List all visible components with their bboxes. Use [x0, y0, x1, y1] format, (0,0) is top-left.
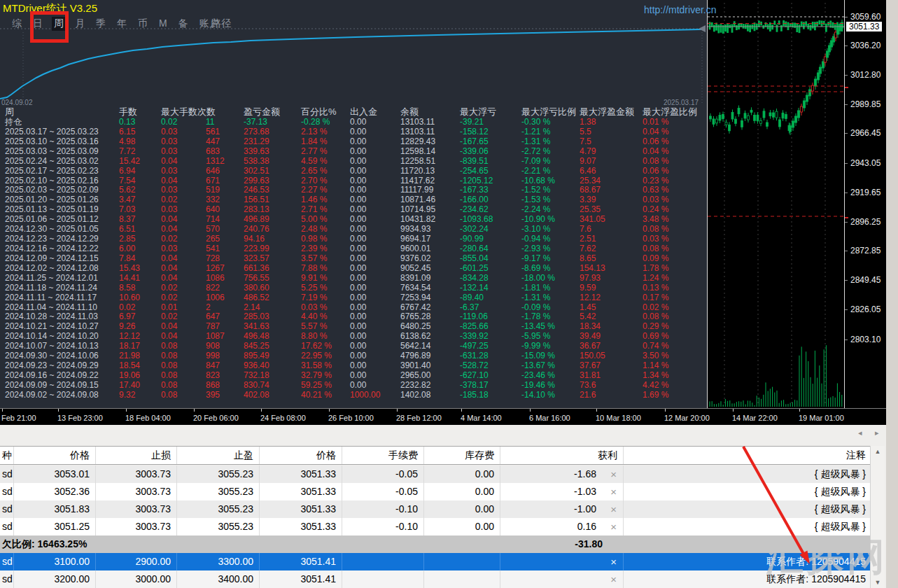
- price-label: 2966.45: [850, 128, 881, 138]
- stats-week-row: 2024.09.09 ~ 2024.09.1517.400.08868830.7…: [0, 381, 707, 391]
- time-label: 28 Feb 12:00: [396, 414, 442, 422]
- price-label: 2803.10: [850, 335, 881, 344]
- orders-header: 价格: [14, 447, 96, 464]
- orders-panel: ◂ ▸ ▲ ▼ 种价格止损止盈价格手续费库存费获利注释sd3053.013003…: [0, 425, 886, 588]
- stats-week-row: 2025.01.06 ~ 2025.01.128.370.04714496.89…: [0, 215, 707, 225]
- scroll-left-icon[interactable]: ◂: [858, 428, 862, 438]
- price-axis: 3059.603036.203012.802989.852966.452943.…: [844, 0, 887, 408]
- menu-item-path[interactable]: 路径: [211, 18, 231, 30]
- stats-header-row: 周手数最大手数次数盈亏金额百分比%出入金余额最大浮亏最大浮亏比例最大浮盈金额最大…: [0, 106, 707, 118]
- menu-item-8[interactable]: M: [157, 17, 169, 31]
- candlestick-chart[interactable]: [707, 0, 845, 408]
- order-row[interactable]: sd3052.363003.733055.233051.33-0.050.00-…: [0, 483, 870, 500]
- stats-header: 手数: [119, 106, 161, 118]
- stats-header: 余额: [400, 106, 460, 118]
- price-label: 2989.85: [850, 99, 881, 109]
- stats-header: 出入金: [350, 106, 400, 118]
- current-price-tag: 3051.33: [846, 22, 882, 31]
- menu-item-3[interactable]: 周: [52, 17, 66, 31]
- menu-item-1[interactable]: 综: [10, 17, 24, 31]
- stats-week-row: 2024.11.25 ~ 2024.12.0114.410.041086756.…: [0, 274, 707, 284]
- time-label: 13 Feb 23:00: [57, 414, 103, 422]
- stats-week-row: 2024.10.07 ~ 2024.10.1318.170.08908845.2…: [0, 342, 707, 351]
- stats-week-row: 2024.09.23 ~ 2024.09.2918.540.08847936.4…: [0, 361, 707, 371]
- menu-item-5[interactable]: 季: [94, 17, 108, 31]
- stats-week-row: 2025.03.03 ~ 2025.03.097.720.03683339.63…: [0, 147, 707, 157]
- stats-week-row: 2025.02.10 ~ 2025.02.167.540.04671299.63…: [0, 176, 707, 186]
- orders-header: 手续费: [342, 447, 424, 464]
- pending-row-selected[interactable]: sd3100.002900.003300.003051.41×联系作者: 120…: [0, 553, 870, 570]
- menu-item-9[interactable]: 备: [176, 17, 190, 31]
- scroll-down-icon[interactable]: ▼: [871, 579, 885, 586]
- time-axis: Feb 21:0013 Feb 23:0018 Feb 04:0020 Feb …: [0, 408, 886, 426]
- vertical-scrollbar[interactable]: ▲ ▼: [870, 446, 885, 588]
- right-gutter: [886, 0, 898, 588]
- time-label: Feb 21:00: [1, 414, 36, 422]
- time-label: 6 Mar 16:00: [529, 414, 570, 422]
- stats-week-row: 2024.12.23 ~ 2024.12.292.850.0226594.160…: [0, 234, 707, 244]
- stats-week-row: 2024.10.28 ~ 2024.11.036.970.02647285.03…: [0, 312, 707, 322]
- stats-week-row: 2025.02.17 ~ 2025.02.236.940.03646302.51…: [0, 167, 707, 176]
- time-label: 10 Mar 18:00: [596, 414, 641, 422]
- menu-item-6[interactable]: 年: [115, 17, 129, 31]
- orders-header: 价格: [260, 447, 342, 464]
- close-order-button[interactable]: ×: [610, 570, 617, 588]
- price-label: 3036.20: [850, 41, 881, 50]
- time-label: 12 Mar 20:00: [664, 414, 710, 422]
- time-label: 18 Feb 04:00: [125, 414, 171, 422]
- close-order-button[interactable]: ×: [610, 483, 617, 500]
- stats-header: 最大浮亏: [460, 106, 521, 118]
- price-label: 2849.45: [850, 275, 881, 285]
- price-label: 2826.05: [850, 304, 881, 314]
- stats-header: 最大浮亏比例: [521, 106, 580, 118]
- stats-week-row: 2024.12.09 ~ 2024.12.157.840.04728323.57…: [0, 254, 707, 264]
- scroll-up-icon[interactable]: ▲: [871, 448, 885, 455]
- time-label: 20 Feb 06:00: [193, 414, 239, 422]
- stats-week-row: 2025.02.03 ~ 2025.02.095.620.03519246.53…: [0, 186, 707, 195]
- stats-week-row: 2025.03.17 ~ 2025.03.236.150.03561273.68…: [0, 127, 707, 137]
- order-row[interactable]: sd3051.253003.733055.233051.33-0.100.000…: [0, 518, 870, 536]
- ratio-summary: 欠比例: 16463.25%: [2, 536, 87, 553]
- pending-row[interactable]: sd3200.003000.003400.003051.41×联系作者: 120…: [0, 570, 870, 588]
- weekly-stats-table: 周手数最大手数次数盈亏金额百分比%出入金余额最大浮亏最大浮亏比例最大浮盈金额最大…: [0, 106, 707, 400]
- mtdriver-app-window: MTDriver统计 V3.25 http://mtdriver.cn 综日周月…: [0, 0, 898, 588]
- close-order-button[interactable]: ×: [610, 553, 617, 570]
- stats-week-row: 2025.01.13 ~ 2025.01.197.030.03640283.13…: [0, 205, 707, 215]
- stats-week-row: 2024.12.02 ~ 2024.12.0815.430.041267661.…: [0, 264, 707, 274]
- orders-header: 注释: [624, 447, 870, 464]
- close-order-button[interactable]: ×: [610, 500, 617, 518]
- time-label: 26 Feb 10:00: [328, 414, 374, 422]
- price-label: 2943.05: [850, 158, 881, 168]
- orders-header-row: 种价格止损止盈价格手续费库存费获利注释: [0, 446, 870, 465]
- stats-week-row: 2024.10.14 ~ 2024.10.2012.120.041087496.…: [0, 332, 707, 342]
- equity-level-marker: [699, 25, 706, 32]
- menu-item-7[interactable]: 币: [136, 17, 150, 31]
- stats-week-row: 2024.11.11 ~ 2024.11.1710.600.021006486.…: [0, 293, 707, 303]
- app-title: MTDriver统计 V3.25: [3, 2, 97, 15]
- price-label: 3059.60: [850, 12, 881, 22]
- site-url-link[interactable]: http://mtdriver.cn: [644, 4, 716, 15]
- orders-header: 种: [0, 447, 14, 464]
- stats-header: 盈亏金额: [244, 106, 301, 118]
- menu-item-4[interactable]: 月: [73, 17, 87, 31]
- price-label: 3012.80: [850, 70, 881, 80]
- equity-line: [0, 29, 706, 99]
- price-label: 2872.85: [850, 246, 881, 255]
- stats-week-row: 2024.12.30 ~ 2025.01.056.510.04570240.76…: [0, 225, 707, 234]
- stats-week-row: 2024.11.18 ~ 2024.11.248.580.02822380.60…: [0, 284, 707, 293]
- orders-header: 止盈: [177, 447, 260, 464]
- order-row[interactable]: sd3051.833003.733055.233051.33-0.100.00-…: [0, 500, 870, 518]
- time-label: 4 Mar 14:00: [461, 414, 502, 422]
- stats-week-row: 2024.09.02 ~ 2024.09.089.320.08395402.08…: [0, 391, 707, 400]
- stats-week-row: 2025.03.10 ~ 2025.03.164.980.03447231.29…: [0, 137, 707, 147]
- stats-week-row: 2024.09.30 ~ 2024.10.0621.980.08998895.4…: [0, 351, 707, 361]
- close-order-button[interactable]: ×: [610, 465, 617, 483]
- menu-item-2[interactable]: 日: [31, 17, 45, 31]
- time-label: 14 Mar 22:00: [732, 414, 778, 422]
- close-order-button[interactable]: ×: [610, 518, 617, 536]
- scroll-right-icon[interactable]: ▸: [875, 428, 879, 438]
- menu-bar: 综日周月季年币M备账户: [10, 17, 221, 31]
- stats-header: 最大浮盈比例: [643, 106, 707, 118]
- stats-position-row: 持仓0.130.0211-37.13-0.28 %0.0013103.11-39…: [0, 118, 707, 127]
- order-row[interactable]: sd3053.013003.733055.233051.33-0.050.00-…: [0, 465, 870, 483]
